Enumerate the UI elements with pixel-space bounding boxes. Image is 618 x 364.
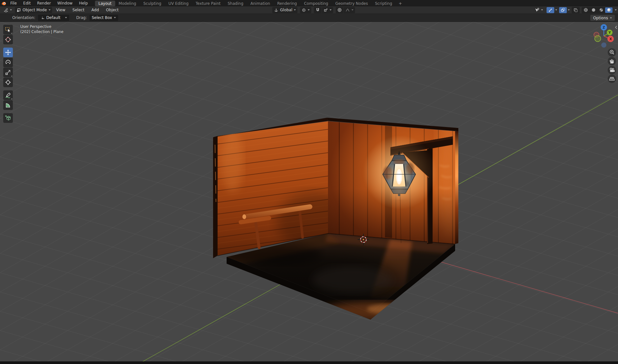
show-object-types-dropdown[interactable] bbox=[533, 7, 545, 13]
tool-add-cube[interactable] bbox=[3, 113, 13, 123]
falloff-curve-icon bbox=[345, 8, 350, 12]
workspace-tabs: Layout Modeling Sculpting UV Editing Tex… bbox=[95, 0, 405, 6]
gizmo-y-label: Y bbox=[608, 31, 611, 34]
viewport-canvas[interactable]: User Perspective (202) Collection | Plan… bbox=[0, 22, 618, 361]
material-sphere-icon bbox=[599, 8, 604, 12]
gizmo-axis-neg-z[interactable] bbox=[601, 42, 606, 48]
toggle-xray-button[interactable] bbox=[572, 7, 580, 13]
tool-orientation-dropdown[interactable]: Default bbox=[38, 15, 69, 21]
chevron-down-icon bbox=[114, 17, 116, 18]
snap-toggle-button[interactable] bbox=[314, 7, 322, 13]
chevron-down-icon bbox=[49, 9, 51, 11]
tool-move[interactable] bbox=[3, 48, 13, 57]
object-mode-icon bbox=[16, 8, 21, 12]
rendered-sphere-icon bbox=[607, 8, 611, 12]
chevron-down-icon bbox=[308, 9, 310, 11]
proportional-falloff-dropdown[interactable] bbox=[344, 7, 355, 13]
shading-solid-button[interactable] bbox=[590, 7, 597, 13]
add-cube-icon bbox=[5, 115, 11, 121]
tool-annotate[interactable] bbox=[3, 90, 13, 100]
annotate-pen-icon bbox=[5, 92, 11, 98]
hand-icon bbox=[608, 58, 615, 65]
tab-uv-editing[interactable]: UV Editing bbox=[165, 1, 192, 6]
measure-icon bbox=[5, 102, 11, 108]
shading-rendered-button[interactable] bbox=[605, 7, 613, 13]
mode-dropdown[interactable]: Object Mode bbox=[15, 7, 52, 13]
blender-logo-icon[interactable] bbox=[0, 0, 7, 6]
chevron-down-icon bbox=[294, 9, 296, 11]
drag-mode-value: Select Box bbox=[92, 15, 112, 20]
menu-help[interactable]: Help bbox=[76, 0, 91, 6]
menu-select[interactable]: Select bbox=[70, 6, 87, 14]
scene-3d[interactable] bbox=[0, 22, 618, 361]
tool-measure[interactable] bbox=[3, 100, 13, 110]
add-workspace-button[interactable]: + bbox=[396, 1, 405, 6]
solid-sphere-icon bbox=[591, 8, 596, 12]
tool-rotate[interactable] bbox=[3, 58, 13, 67]
menu-window[interactable]: Window bbox=[54, 0, 76, 6]
3d-cursor-tool-icon bbox=[5, 36, 11, 43]
gizmo-axis-neg-y[interactable] bbox=[595, 36, 601, 42]
tab-rendering[interactable]: Rendering bbox=[274, 1, 300, 6]
pivot-point-dropdown[interactable] bbox=[300, 7, 311, 13]
menu-view[interactable]: View bbox=[53, 6, 68, 14]
editor-type-button[interactable] bbox=[2, 7, 14, 13]
gizmo-x-label: X bbox=[609, 37, 612, 41]
viewport-header: Object Mode View Select Add Object Globa… bbox=[0, 6, 618, 14]
drag-mode-dropdown[interactable]: Select Box bbox=[89, 15, 118, 21]
snap-target-dropdown[interactable] bbox=[322, 7, 333, 13]
sidebar-collapse-arrow[interactable] bbox=[614, 25, 618, 31]
camera-icon bbox=[608, 67, 615, 74]
pan-hand-button[interactable] bbox=[608, 57, 616, 65]
chevron-down-icon bbox=[555, 9, 557, 11]
menu-file[interactable]: File bbox=[7, 0, 20, 6]
tool-scale[interactable] bbox=[3, 68, 13, 77]
show-gizmo-toggle[interactable] bbox=[547, 7, 554, 13]
active-object-label: (202) Collection | Plane bbox=[20, 29, 63, 34]
zoom-button[interactable] bbox=[608, 48, 616, 57]
select-box-icon bbox=[5, 26, 11, 33]
proportional-editing-icon bbox=[337, 8, 342, 12]
tool-transform[interactable] bbox=[3, 77, 13, 87]
options-label: Options bbox=[593, 16, 608, 20]
drag-label: Drag: bbox=[76, 15, 87, 20]
chevron-down-icon bbox=[351, 9, 353, 11]
show-overlays-toggle[interactable] bbox=[559, 7, 567, 13]
tab-compositing[interactable]: Compositing bbox=[300, 1, 332, 6]
chevron-down-icon bbox=[615, 9, 617, 11]
tab-modeling[interactable]: Modeling bbox=[115, 1, 140, 6]
toolbar bbox=[3, 25, 13, 123]
shading-wireframe-button[interactable] bbox=[582, 7, 589, 13]
chevron-down-icon bbox=[568, 9, 570, 11]
tab-shading[interactable]: Shading bbox=[224, 1, 247, 6]
tab-geometry-nodes[interactable]: Geometry Nodes bbox=[332, 1, 371, 6]
tool-select-box[interactable] bbox=[3, 25, 13, 34]
tab-texture-paint[interactable]: Texture Paint bbox=[192, 1, 224, 6]
camera-view-button[interactable] bbox=[608, 66, 616, 74]
chevron-down-icon bbox=[10, 9, 12, 11]
options-button[interactable]: Options bbox=[590, 15, 615, 21]
proportional-editing-toggle[interactable] bbox=[336, 7, 343, 13]
toggle-ortho-button[interactable] bbox=[608, 75, 616, 83]
transform-orientation-dropdown[interactable]: Global bbox=[272, 7, 297, 13]
magnifier-plus-icon bbox=[608, 49, 615, 56]
tab-animation[interactable]: Animation bbox=[247, 1, 274, 6]
shading-material-button[interactable] bbox=[597, 7, 605, 13]
tab-sculpting[interactable]: Sculpting bbox=[140, 1, 165, 6]
navigation-gizmo[interactable]: Z Y X bbox=[591, 22, 617, 49]
pivot-point-icon bbox=[302, 8, 306, 12]
gizmo-z-label: Z bbox=[603, 26, 605, 29]
menu-render[interactable]: Render bbox=[34, 0, 54, 6]
orientation-label: Orientation: bbox=[12, 15, 35, 20]
menu-add[interactable]: Add bbox=[89, 6, 102, 14]
snap-target-icon bbox=[323, 8, 328, 12]
visibility-cursor-icon bbox=[534, 8, 539, 13]
tab-scripting[interactable]: Scripting bbox=[371, 1, 396, 6]
menu-object[interactable]: Object bbox=[103, 6, 121, 14]
status-bar bbox=[0, 361, 618, 364]
orientation-value: Global bbox=[280, 8, 292, 12]
default-orientation-icon bbox=[40, 16, 44, 20]
tab-layout[interactable]: Layout bbox=[95, 1, 115, 6]
menu-edit[interactable]: Edit bbox=[20, 0, 34, 6]
tool-cursor[interactable] bbox=[3, 35, 13, 44]
